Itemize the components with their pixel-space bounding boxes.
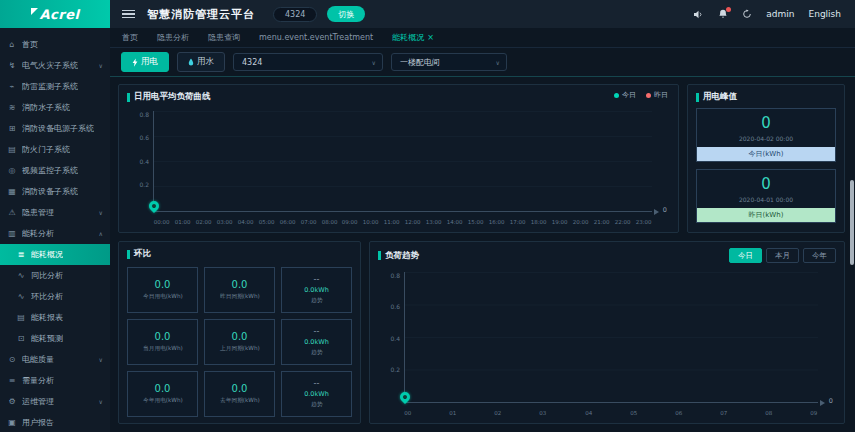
tab[interactable]: menu.event.eventTreatment [259,33,373,42]
sidebar-item[interactable]: ∿ 环比分析 [0,286,110,307]
sidebar-item[interactable]: ↯ 电气火灾子系统 ∨ [0,55,110,76]
tab-label: 隐患分析 [157,32,189,43]
sidebar-item[interactable]: ⌂ 首页 [0,34,110,55]
water-mode-button[interactable]: 用水 [177,52,225,72]
load-curve-chart: 0.80.60.40.2 0 00:0001:0002:0003:0004:00… [127,107,668,226]
sidebar-item[interactable]: ⊙ 电能质量 ∨ [0,349,110,370]
sidebar-item[interactable]: ◎ 视频监控子系统 [0,160,110,181]
x-axis-label: 08:00 [321,218,337,224]
huanbi-panel: 环比 0.0 今日用电(kWh) 0.0 昨日同期(kWh) [118,241,361,424]
trend-range-button[interactable]: 今年 [803,248,836,263]
y-axis-label: 0.2 [390,366,400,373]
sidebar-item[interactable]: ≡ 需量分析 [0,370,110,391]
peak-unit-bar: 昨日(kWh) [697,208,835,222]
stat-card: 0.0 今年用电(kWh) [127,371,198,417]
sidebar-item[interactable]: ⚠ 隐患管理 ∨ [0,202,110,223]
legend-item[interactable]: 今日 [614,90,636,100]
sidebar: ⌂ 首页 ↯ 电气火灾子系统 ∨ ⌁ 防雷监测子系统 ≋ 消防水子系统 ⊞ 消防… [0,28,110,432]
x-axis-label: 10:00 [363,218,379,224]
x-axis-label: 17:00 [510,218,526,224]
x-axis-label: 09 [811,409,818,415]
stat-card: -- 0.0kWh 趋势 [281,267,352,313]
plot-area: 0 [153,111,652,212]
stat-card: 0.0 上月同期(kWh) [204,319,275,365]
sidebar-item-label: 首页 [22,39,38,50]
tab-label: 隐患查询 [208,32,240,43]
room-select[interactable]: 一楼配电间 ∨ [391,53,507,71]
sidebar-item[interactable]: ▥ 能耗分析 ∧ [0,223,110,244]
title-accent-bar [127,250,130,259]
language-toggle[interactable]: English [809,9,842,19]
peak-value: 0 [697,175,835,193]
legend-item[interactable]: 昨日 [646,90,668,100]
peak-date: 2020-04-01 00:00 [697,196,835,203]
x-axis-label: 01:00 [175,218,191,224]
sidebar-item[interactable]: ▣ 用户报告 [0,412,110,432]
sidebar-item[interactable]: ≋ 消防水子系统 [0,97,110,118]
scrollbar-thumb[interactable] [850,180,854,265]
data-point-pin[interactable] [398,390,412,404]
sidebar-item[interactable]: ≣ 能耗概况 [0,244,110,265]
sidebar-item-label: 防火门子系统 [22,144,70,155]
sidebar-item-icon: ▥ [7,229,17,238]
stat-card: -- 0.0kWh 趋势 [281,371,352,417]
sidebar-item[interactable]: ▤ 能耗报表 [0,307,110,328]
electric-mode-button[interactable]: 用电 [121,52,169,72]
sidebar-item-label: 能耗预测 [31,333,63,344]
x-axis: 00:0001:0002:0003:0004:0005:0006:0007:00… [153,218,652,225]
bell-icon[interactable] [718,9,728,19]
main-area: 首页 隐患分析 隐患查询 menu.event.eventTreatment 能… [110,28,855,432]
x-axis-label: 23:00 [635,218,651,224]
sidebar-item-label: 运维管理 [22,396,54,407]
sidebar-item-icon: ∿ [16,292,26,301]
trend-range-button[interactable]: 今日 [729,248,762,263]
tab-close-icon[interactable]: × [427,33,434,42]
axis-end-label: 0 [829,397,833,405]
sidebar-item[interactable]: ∿ 同比分析 [0,265,110,286]
panel-title: 日用电平均负荷曲线 [127,91,670,103]
sidebar-item[interactable]: ⊡ 能耗预测 [0,328,110,349]
sidebar-item-label: 消防设备电源子系统 [22,123,94,134]
tab[interactable]: 首页 [122,32,138,43]
stat-label: 趋势 [311,400,322,409]
x-axis: 00010203040506070809 [404,409,818,416]
speaker-icon[interactable] [693,10,704,19]
hamburger-menu-icon[interactable] [122,10,135,19]
sidebar-item-icon: ⚙ [7,397,17,406]
trend-range-button[interactable]: 本月 [766,248,799,263]
sidebar-item[interactable]: ⊞ 消防设备电源子系统 [0,118,110,139]
x-axis-label: 02 [495,409,502,415]
x-axis-label: 03:00 [217,218,233,224]
sidebar-item[interactable]: ⚙ 运维管理 ∨ [0,391,110,412]
sidebar-item[interactable]: ▦ 消防设备子系统 [0,181,110,202]
tab[interactable]: 隐患分析 [157,32,189,43]
refresh-icon[interactable] [742,9,752,19]
sidebar-item-icon: ▦ [7,187,17,196]
tab-label: 首页 [122,32,138,43]
sidebar-item-icon: ≡ [7,376,17,385]
tab[interactable]: 能耗概况 × [392,32,434,43]
stat-card: 0.0 去年同期(kWh) [204,371,275,417]
tab[interactable]: 隐患查询 [208,32,240,43]
content: 日用电平均负荷曲线 今日 昨日 0.8 [110,77,855,432]
sidebar-item-label: 能耗分析 [22,228,54,239]
stat-card: 0.0 今日用电(kWh) [127,267,198,313]
user-name[interactable]: admin [766,9,794,19]
sidebar-item-label: 同比分析 [31,270,63,281]
sidebar-item-icon: ≋ [7,103,17,112]
x-axis-label: 20:00 [572,218,588,224]
switch-button[interactable]: 切换 [327,6,365,22]
peak-cards: 0 2020-04-02 00:00 今日(kWh) 0 2020-04-01 … [696,108,836,223]
stat-card: 0.0 昨日同期(kWh) [204,267,275,313]
data-point-pin[interactable] [147,199,161,213]
sidebar-item-label: 视频监控子系统 [22,165,78,176]
y-axis-label: 0.4 [139,158,149,165]
panel-title: 环比 [127,248,352,260]
y-axis-label: 0.8 [390,272,400,279]
stat-value: 0.0 [155,383,171,394]
sidebar-item-label: 消防水子系统 [22,102,70,113]
x-axis-label: 07:00 [300,218,316,224]
sidebar-item[interactable]: ⌁ 防雷监测子系统 [0,76,110,97]
sidebar-item[interactable]: ▤ 防火门子系统 [0,139,110,160]
station-select[interactable]: 4324 ∨ [233,53,383,71]
